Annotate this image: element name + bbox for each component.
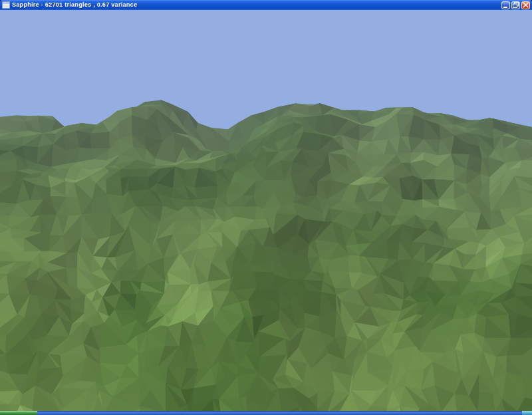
terrain-viewport[interactable] [0, 10, 532, 411]
window-controls [501, 1, 530, 9]
titlebar[interactable]: Sapphire - 62701 triangles , 0.67 varian… [0, 0, 532, 10]
app-window-icon [2, 1, 10, 9]
close-icon [523, 2, 529, 8]
restore-button[interactable] [511, 1, 520, 9]
taskbar [0, 411, 532, 415]
window-title: Sapphire - 62701 triangles , 0.67 varian… [12, 0, 501, 10]
start-button-sliver[interactable] [0, 411, 37, 415]
restore-icon [513, 2, 519, 8]
minimize-button[interactable] [501, 1, 510, 9]
taskbar-strip[interactable] [37, 411, 522, 415]
minimize-icon [503, 3, 509, 8]
system-tray-sliver[interactable] [522, 411, 532, 415]
close-button[interactable] [521, 1, 530, 9]
